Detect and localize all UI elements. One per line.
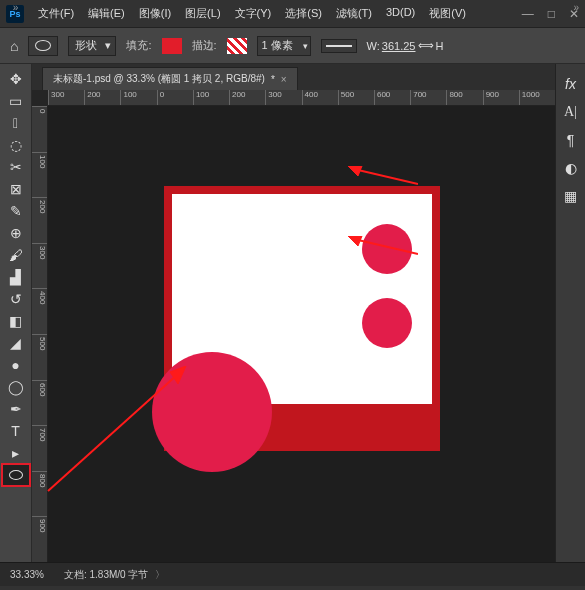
- ellipse-tool[interactable]: [2, 464, 30, 486]
- ruler-tick: 0: [32, 106, 47, 152]
- tool-panel: » ✥ ▭ 𓏲 ◌ ✂ ⊠ ✎ ⊕ 🖌 ▟ ↺ ◧ ◢ ● ◯ ✒ T ▸: [0, 64, 32, 562]
- pen-tool[interactable]: ✒: [2, 398, 30, 420]
- shape-mode-select[interactable]: 形状: [68, 36, 116, 56]
- link-icon[interactable]: ⟺: [418, 39, 434, 52]
- ruler-tick: 500: [32, 334, 47, 380]
- move-tool[interactable]: ✥: [2, 68, 30, 90]
- ruler-tick: 100: [193, 90, 229, 105]
- ellipse-2: [362, 298, 412, 348]
- status-bar: 33.33% 文档: 1.83M/0 字节 〉: [0, 562, 585, 586]
- doc-info-menu-icon[interactable]: 〉: [155, 569, 165, 580]
- stroke-swatch[interactable]: [227, 38, 247, 54]
- menu-view[interactable]: 视图(V): [423, 4, 472, 23]
- dodge-tool[interactable]: ◯: [2, 376, 30, 398]
- svg-marker-1: [348, 166, 362, 176]
- ruler-tick: 900: [483, 90, 519, 105]
- ruler-tick: 200: [229, 90, 265, 105]
- doc-info-value: 1.83M/0 字节: [89, 569, 148, 580]
- menu-bar: 文件(F) 编辑(E) 图像(I) 图层(L) 文字(Y) 选择(S) 滤镜(T…: [32, 4, 472, 23]
- quick-select-tool[interactable]: ◌: [2, 134, 30, 156]
- stroke-width-input[interactable]: 1 像素: [257, 36, 311, 56]
- ruler-tick: 1000: [519, 90, 555, 105]
- paragraph-panel-icon[interactable]: ¶: [567, 132, 575, 148]
- fill-swatch[interactable]: [162, 38, 182, 54]
- ruler-tick: 700: [410, 90, 446, 105]
- ellipse-1: [362, 224, 412, 274]
- svg-line-0: [358, 170, 418, 184]
- width-label: W:: [367, 40, 380, 52]
- menu-3d[interactable]: 3D(D): [380, 4, 421, 23]
- ruler-tick: 700: [32, 425, 47, 471]
- document-tab-bar: 未标题-1.psd @ 33.3% (椭圆 1 拷贝 2, RGB/8#) * …: [32, 64, 555, 90]
- tool-preset-picker[interactable]: [28, 36, 58, 56]
- stroke-style-select[interactable]: [321, 39, 357, 53]
- fx-panel-icon[interactable]: fx: [565, 76, 576, 92]
- menu-type[interactable]: 文字(Y): [229, 4, 278, 23]
- history-brush-tool[interactable]: ↺: [2, 288, 30, 310]
- healing-tool[interactable]: ⊕: [2, 222, 30, 244]
- marquee-tool[interactable]: ▭: [2, 90, 30, 112]
- width-input[interactable]: 361.25: [382, 40, 416, 52]
- fill-label: 填充:: [126, 38, 151, 53]
- gradient-tool[interactable]: ◢: [2, 332, 30, 354]
- panel-expand-icon[interactable]: »: [573, 2, 579, 13]
- artboard: [164, 186, 440, 451]
- canvas[interactable]: [48, 106, 555, 562]
- ruler-tick: 300: [32, 243, 47, 289]
- horizontal-ruler: 3002001000100200300400500600700800900100…: [48, 90, 555, 106]
- ruler-tick: 200: [84, 90, 120, 105]
- character-panel-icon[interactable]: A|: [564, 104, 577, 120]
- ruler-tick: 300: [48, 90, 84, 105]
- document-tab-title: 未标题-1.psd @ 33.3% (椭圆 1 拷贝 2, RGB/8#): [53, 72, 265, 86]
- modified-indicator: *: [271, 74, 275, 85]
- annotation-arrow-1: [348, 166, 418, 186]
- adjustments-panel-icon[interactable]: ◐: [565, 160, 577, 176]
- brush-tool[interactable]: 🖌: [2, 244, 30, 266]
- stroke-label: 描边:: [192, 38, 217, 53]
- menu-file[interactable]: 文件(F): [32, 4, 80, 23]
- ruler-tick: 300: [265, 90, 301, 105]
- tab-close-icon[interactable]: ×: [281, 74, 287, 85]
- doc-info-label: 文档:: [64, 569, 87, 580]
- document-tab[interactable]: 未标题-1.psd @ 33.3% (椭圆 1 拷贝 2, RGB/8#) * …: [42, 67, 298, 90]
- menu-layer[interactable]: 图层(L): [179, 4, 226, 23]
- ruler-tick: 400: [32, 288, 47, 334]
- toolbar-expand-icon[interactable]: »: [13, 2, 19, 13]
- maximize-button[interactable]: □: [548, 7, 555, 21]
- ruler-tick: 600: [32, 380, 47, 426]
- stamp-tool[interactable]: ▟: [2, 266, 30, 288]
- ellipse-large: [152, 352, 272, 472]
- blur-tool[interactable]: ●: [2, 354, 30, 376]
- swatches-panel-icon[interactable]: ▦: [564, 188, 577, 204]
- home-icon[interactable]: ⌂: [10, 38, 18, 54]
- ruler-tick: 0: [157, 90, 193, 105]
- lasso-tool[interactable]: 𓏲: [2, 112, 30, 134]
- eyedropper-tool[interactable]: ✎: [2, 200, 30, 222]
- white-rect: [172, 194, 432, 404]
- type-tool[interactable]: T: [2, 420, 30, 442]
- title-bar: Ps 文件(F) 编辑(E) 图像(I) 图层(L) 文字(Y) 选择(S) 滤…: [0, 0, 585, 28]
- options-bar: ⌂ 形状 填充: 描边: 1 像素 W: 361.25 ⟺ H: [0, 28, 585, 64]
- frame-tool[interactable]: ⊠: [2, 178, 30, 200]
- ruler-tick: 800: [32, 471, 47, 517]
- minimize-button[interactable]: —: [522, 7, 534, 21]
- ruler-tick: 100: [32, 152, 47, 198]
- canvas-area: 3002001000100200300400500600700800900100…: [32, 90, 555, 562]
- crop-tool[interactable]: ✂: [2, 156, 30, 178]
- ruler-tick: 100: [120, 90, 156, 105]
- ruler-tick: 800: [446, 90, 482, 105]
- ruler-tick: 500: [338, 90, 374, 105]
- vertical-ruler: 0100200300400500600700800900: [32, 106, 48, 562]
- zoom-level[interactable]: 33.33%: [10, 569, 44, 580]
- height-label: H: [436, 40, 444, 52]
- menu-edit[interactable]: 编辑(E): [82, 4, 131, 23]
- menu-filter[interactable]: 滤镜(T): [330, 4, 378, 23]
- ruler-tick: 900: [32, 516, 47, 562]
- eraser-tool[interactable]: ◧: [2, 310, 30, 332]
- menu-select[interactable]: 选择(S): [279, 4, 328, 23]
- ruler-tick: 600: [374, 90, 410, 105]
- menu-image[interactable]: 图像(I): [133, 4, 177, 23]
- path-select-tool[interactable]: ▸: [2, 442, 30, 464]
- ruler-tick: 200: [32, 197, 47, 243]
- ruler-tick: 400: [302, 90, 338, 105]
